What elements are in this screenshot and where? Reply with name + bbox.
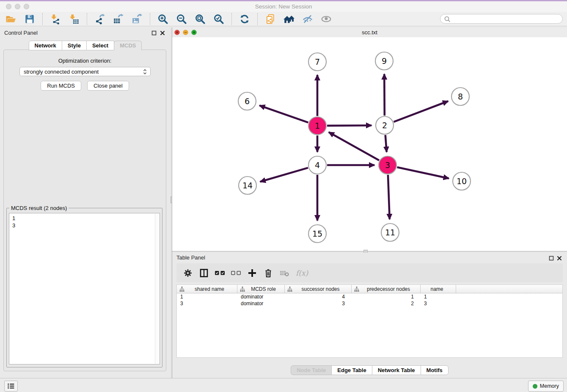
- export-network-button[interactable]: [94, 13, 106, 25]
- show-hide-graphics-details-button[interactable]: [302, 13, 314, 25]
- cell-mcds-role[interactable]: dominator: [237, 301, 285, 306]
- cell-successor-nodes[interactable]: 3: [285, 301, 352, 306]
- tab-node-table[interactable]: Node Table: [291, 365, 332, 375]
- cell-name[interactable]: 1: [421, 294, 456, 300]
- graph-node-14[interactable]: 14: [239, 177, 256, 194]
- function-builder-button[interactable]: f(x): [294, 267, 311, 279]
- tab-network[interactable]: Network: [29, 41, 62, 50]
- import-table-button[interactable]: [68, 13, 80, 25]
- zoom-selected-button[interactable]: [213, 13, 225, 25]
- memory-button[interactable]: Memory: [528, 381, 564, 392]
- table-row[interactable]: 1 dominator 4 1 1: [177, 293, 562, 300]
- graph-node-2[interactable]: 2: [376, 116, 394, 134]
- eye-slash-icon: [302, 14, 313, 25]
- export-network-icon: [94, 14, 105, 25]
- mcds-result-line: 1: [12, 215, 157, 222]
- graph-edge-3-10[interactable]: [397, 167, 449, 179]
- graph-node-10[interactable]: 10: [453, 172, 471, 190]
- tab-style[interactable]: Style: [62, 41, 87, 50]
- graph-edge-3-11[interactable]: [388, 175, 390, 219]
- import-table-icon: [69, 14, 80, 25]
- select-all-icon: [215, 270, 226, 276]
- float-table-panel-icon[interactable]: [549, 256, 554, 261]
- graph-node-1[interactable]: 1: [308, 117, 326, 135]
- result-scrollbar[interactable]: [155, 214, 159, 364]
- tab-motifs[interactable]: Motifs: [421, 365, 449, 375]
- graph-edge-1-2[interactable]: [327, 125, 372, 126]
- column-header-mcds-role[interactable]: MCDS role: [237, 285, 285, 293]
- fx-icon: f(x): [295, 268, 310, 278]
- create-network-copy-button[interactable]: [264, 13, 276, 25]
- trash-icon: [263, 268, 273, 278]
- graph-edge-2-3[interactable]: [385, 135, 387, 152]
- cell-successor-nodes[interactable]: 4: [285, 294, 352, 300]
- deselect-all-icon: [231, 270, 242, 276]
- graph-node-4[interactable]: 4: [308, 156, 326, 174]
- export-image-button[interactable]: [131, 13, 143, 25]
- format-columns-button[interactable]: [198, 267, 210, 279]
- graph-node-15[interactable]: 15: [308, 225, 326, 243]
- column-header-successor-nodes[interactable]: successor nodes: [285, 285, 352, 293]
- zoom-out-button[interactable]: [176, 13, 187, 25]
- cell-shared-name[interactable]: 3: [177, 301, 237, 306]
- list-icon: [6, 381, 16, 391]
- graph-node-6[interactable]: 6: [238, 92, 256, 110]
- graph-node-11[interactable]: 11: [381, 224, 399, 241]
- graph-node-label: 4: [315, 160, 320, 170]
- network-graph: 7968124314101511: [172, 37, 567, 251]
- close-panel-icon[interactable]: [160, 30, 165, 36]
- tab-mcds[interactable]: MCDS: [114, 41, 142, 50]
- zoom-in-button[interactable]: [157, 13, 169, 25]
- control-panel-tabs: Network Style Select MCDS: [0, 41, 171, 50]
- graph-edge-2-9[interactable]: [384, 74, 385, 116]
- show-hide-eye-button[interactable]: [320, 13, 332, 25]
- mcds-result-area[interactable]: 1 3: [9, 213, 160, 364]
- graph-node-9[interactable]: 9: [375, 52, 393, 70]
- cell-predecessor-nodes[interactable]: 2: [352, 301, 421, 306]
- cell-name[interactable]: 3: [421, 301, 456, 306]
- graph-edge-3-1[interactable]: [329, 132, 379, 160]
- optimization-criterion-label: Optimization criterion:: [4, 58, 166, 64]
- column-header-predecessor-nodes[interactable]: predecessor nodes: [352, 285, 421, 293]
- change-table-mode-button[interactable]: [182, 267, 194, 279]
- tab-edge-table[interactable]: Edge Table: [331, 365, 372, 375]
- table-row[interactable]: 3 dominator 3 2 3: [177, 300, 562, 307]
- search-input[interactable]: [453, 15, 562, 23]
- network-canvas[interactable]: 7968124314101511: [172, 37, 567, 251]
- graph-node-3[interactable]: 3: [379, 156, 396, 174]
- fit-content-button[interactable]: [194, 13, 206, 25]
- delete-columns-button[interactable]: [262, 267, 275, 279]
- refresh-view-button[interactable]: [239, 13, 250, 25]
- graph-edge-1-6[interactable]: [259, 105, 308, 122]
- import-network-button[interactable]: [50, 13, 61, 25]
- export-table-button[interactable]: [113, 13, 124, 25]
- run-mcds-button[interactable]: Run MCDS: [41, 81, 81, 91]
- close-panel-button[interactable]: Close panel: [87, 81, 129, 91]
- create-new-column-button[interactable]: [246, 267, 259, 279]
- delete-table-button[interactable]: [278, 267, 291, 279]
- column-header-name[interactable]: name: [421, 285, 456, 293]
- float-panel-icon[interactable]: [151, 30, 157, 36]
- search-icon: [444, 16, 451, 22]
- graph-edge-4-14[interactable]: [260, 168, 308, 182]
- deselect-all-button[interactable]: [230, 267, 242, 279]
- graph-node-8[interactable]: 8: [451, 88, 469, 105]
- tab-network-table[interactable]: Network Table: [372, 365, 421, 375]
- cell-shared-name[interactable]: 1: [177, 294, 237, 300]
- refresh-icon: [239, 14, 250, 25]
- cell-mcds-role[interactable]: dominator: [237, 294, 285, 300]
- column-header-shared-name[interactable]: shared name: [177, 285, 237, 293]
- open-session-button[interactable]: [5, 13, 17, 25]
- close-table-panel-icon[interactable]: [557, 256, 562, 261]
- tab-select[interactable]: Select: [86, 41, 114, 50]
- save-session-button[interactable]: [24, 13, 36, 25]
- graph-edge-2-8[interactable]: [394, 101, 449, 122]
- mcds-result-title: MCDS result (2 nodes): [9, 205, 69, 211]
- task-history-button[interactable]: [4, 381, 18, 392]
- gear-icon: [183, 268, 193, 278]
- select-all-button[interactable]: [214, 267, 226, 279]
- first-neighbors-button[interactable]: [283, 13, 295, 25]
- graph-node-7[interactable]: 7: [308, 53, 326, 71]
- optimization-criterion-select[interactable]: strongly connected component: [19, 67, 151, 76]
- cell-predecessor-nodes[interactable]: 1: [352, 294, 421, 300]
